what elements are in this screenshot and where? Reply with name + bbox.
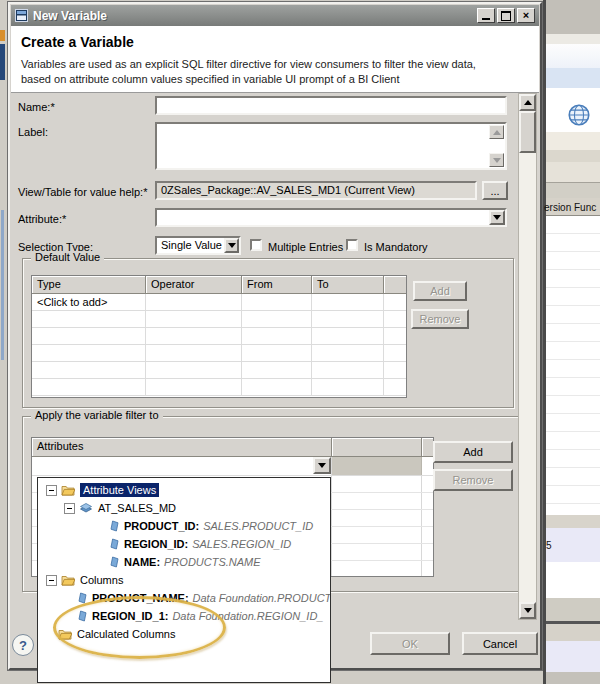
attribute-dropdown-button[interactable] bbox=[489, 210, 505, 225]
table-row[interactable] bbox=[32, 345, 406, 362]
tree-item-label: NAME: bbox=[124, 556, 160, 568]
attribute-editor-dropdown-button[interactable] bbox=[313, 457, 331, 474]
scroll-up-icon bbox=[493, 130, 501, 135]
background-band bbox=[546, 624, 600, 641]
column-header-to[interactable]: To bbox=[312, 276, 384, 294]
name-input[interactable] bbox=[155, 96, 507, 115]
close-icon: × bbox=[523, 10, 529, 21]
scrollbar-thumb[interactable] bbox=[519, 111, 536, 153]
background-band bbox=[546, 562, 600, 598]
attribute-editor-cell[interactable] bbox=[32, 457, 332, 475]
column-header-operator[interactable]: Operator bbox=[146, 276, 242, 294]
click-to-add-text: <Click to add> bbox=[37, 296, 107, 308]
column-header-blank bbox=[332, 438, 422, 457]
label-scroll-down-button[interactable] bbox=[489, 153, 504, 167]
click-to-add-row[interactable]: <Click to add> bbox=[32, 294, 406, 311]
default-value-table-header: Type Operator From To bbox=[32, 276, 406, 294]
tree-item-columns[interactable]: Columns bbox=[38, 571, 330, 589]
remove-button-label: Remove bbox=[453, 474, 494, 486]
browse-button[interactable]: ... bbox=[482, 181, 508, 200]
title-bar[interactable]: New Variable × bbox=[11, 5, 539, 26]
scrollbar-down-button[interactable] bbox=[519, 602, 536, 619]
label-scroll-up-button[interactable] bbox=[489, 125, 504, 139]
tree-item-detail: PRODUCTS.NAME bbox=[164, 556, 261, 568]
attribute-icon bbox=[110, 556, 119, 568]
close-button[interactable]: × bbox=[517, 8, 535, 23]
background-fragment-navy bbox=[0, 44, 5, 80]
label-textarea[interactable] bbox=[155, 122, 507, 170]
selection-type-combobox[interactable]: Single Value bbox=[155, 236, 241, 255]
attribute-label: Attribute:* bbox=[18, 213, 66, 225]
attribute-icon bbox=[110, 520, 119, 532]
folder-icon bbox=[61, 484, 75, 496]
help-button[interactable]: ? bbox=[12, 634, 34, 656]
background-band bbox=[546, 132, 600, 150]
background-band bbox=[546, 44, 600, 68]
attribute-combobox[interactable] bbox=[155, 208, 507, 227]
background-band bbox=[546, 34, 600, 44]
tree-item-name[interactable]: NAME: PRODUCTS.NAME bbox=[38, 553, 330, 571]
tree-item-label: PRODUCT_ID: bbox=[124, 520, 199, 532]
collapse-toggle-icon[interactable] bbox=[46, 575, 57, 586]
tree-item-label: Columns bbox=[80, 574, 123, 586]
background-partial-text: 5 bbox=[546, 540, 556, 551]
tree-item-at-sales-md[interactable]: AT_SALES_MD bbox=[38, 499, 330, 517]
collapse-toggle-icon[interactable] bbox=[46, 485, 57, 496]
view-table-value: 0ZSales_Package::AV_SALES_MD1 (Current V… bbox=[161, 184, 415, 196]
scrollbar-up-button[interactable] bbox=[519, 94, 536, 111]
attribute-view-icon bbox=[79, 502, 93, 514]
apply-filter-remove-button[interactable]: Remove bbox=[433, 469, 513, 491]
column-header-blank bbox=[384, 276, 406, 294]
default-value-group: Default Value Type Operator From To <Cli… bbox=[22, 258, 514, 408]
ok-button[interactable]: OK bbox=[370, 632, 450, 655]
table-row[interactable] bbox=[32, 328, 406, 345]
background-band bbox=[546, 598, 600, 621]
screen: ersion Func 5 New Variable × Create a Va… bbox=[0, 0, 600, 684]
background-partial-column-header: ersion Func bbox=[544, 202, 600, 213]
folder-icon bbox=[61, 574, 75, 586]
column-header-type[interactable]: Type bbox=[32, 276, 146, 294]
column-header-attributes[interactable]: Attributes bbox=[32, 438, 332, 457]
minimize-button[interactable] bbox=[477, 8, 495, 23]
column-header-from[interactable]: From bbox=[242, 276, 312, 294]
maximize-button[interactable] bbox=[497, 8, 515, 23]
default-value-remove-button[interactable]: Remove bbox=[411, 309, 469, 329]
tree-item-detail: Data Foundation.PRODUCT bbox=[193, 592, 331, 604]
table-row[interactable] bbox=[32, 379, 406, 396]
multiple-entries-checkbox[interactable] bbox=[250, 239, 262, 251]
table-row[interactable] bbox=[32, 311, 406, 328]
background-band bbox=[546, 182, 600, 198]
maximize-icon bbox=[501, 11, 511, 21]
tree-item-product-id[interactable]: PRODUCT_ID: SALES.PRODUCT_ID bbox=[38, 517, 330, 535]
table-row[interactable] bbox=[32, 362, 406, 379]
window-icon bbox=[15, 9, 28, 22]
scroll-down-icon bbox=[524, 608, 532, 613]
minimize-icon bbox=[482, 18, 490, 20]
tree-item-region-id[interactable]: REGION_ID: SALES.REGION_ID bbox=[38, 535, 330, 553]
cancel-button[interactable]: Cancel bbox=[462, 632, 538, 655]
column-header-blank bbox=[422, 438, 433, 457]
collapse-toggle-icon[interactable] bbox=[64, 503, 75, 514]
add-button-label: Add bbox=[463, 446, 483, 458]
selection-type-value: Single Value bbox=[161, 239, 222, 251]
tree-item-label: AT_SALES_MD bbox=[98, 502, 176, 514]
default-value-add-button[interactable]: Add bbox=[413, 281, 467, 301]
attribute-icon bbox=[110, 538, 119, 550]
cancel-button-label: Cancel bbox=[483, 638, 517, 650]
background-list-rows bbox=[546, 216, 600, 515]
apply-filter-add-button[interactable]: Add bbox=[433, 441, 513, 463]
chevron-down-icon bbox=[228, 243, 236, 248]
background-fragment-blue-line bbox=[1, 210, 4, 360]
dialog-scrollbar[interactable] bbox=[518, 93, 537, 620]
background-band bbox=[546, 672, 600, 684]
default-value-table[interactable]: Type Operator From To <Click to add> bbox=[31, 275, 407, 398]
is-mandatory-checkbox[interactable] bbox=[346, 239, 358, 251]
view-table-field[interactable]: 0ZSales_Package::AV_SALES_MD1 (Current V… bbox=[155, 181, 477, 200]
page-title: Create a Variable bbox=[21, 34, 529, 50]
multiple-entries-label: Multiple Entries bbox=[268, 241, 343, 253]
window-title: New Variable bbox=[33, 9, 475, 23]
tree-item-attribute-views[interactable]: Attribute Views bbox=[38, 481, 330, 499]
selection-type-dropdown-button[interactable] bbox=[224, 238, 239, 253]
highlight-ellipse-annotation bbox=[53, 596, 226, 659]
browse-button-label: ... bbox=[490, 185, 499, 197]
